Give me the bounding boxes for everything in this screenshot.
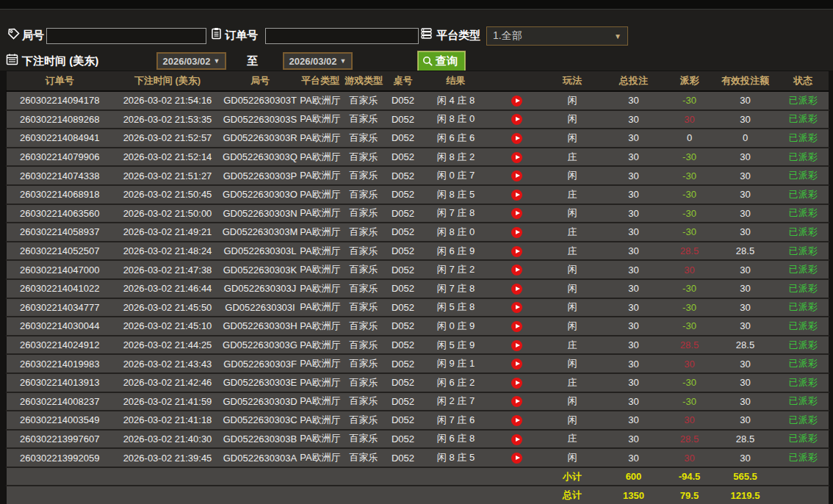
table-row: 2603022139920592026-03-02 21:39:45GD0522…	[7, 448, 829, 467]
cell-total: 30	[602, 185, 666, 204]
column-header-11: 有效投注额	[713, 71, 778, 92]
cell-payout: 28.5	[666, 336, 713, 355]
chevron-down-icon: ▼	[214, 57, 220, 65]
cell-result: 闲 0 庄 9	[422, 317, 491, 336]
date-to-picker[interactable]: 2026/03/02 ▼	[283, 52, 353, 70]
cell-result: 闲 8 庄 0	[422, 223, 491, 242]
play-video-icon[interactable]	[511, 321, 522, 332]
cell-status: 已派彩	[778, 336, 829, 355]
cell-total: 30	[602, 317, 666, 336]
cell-game: 百家乐	[343, 336, 385, 355]
play-video-icon[interactable]	[511, 96, 522, 107]
cell-replay	[491, 260, 544, 279]
cell-valid: 30	[713, 166, 778, 185]
cell-round: GD0522630303I	[223, 298, 298, 317]
calendar-icon	[6, 53, 18, 65]
cell-time: 2026-03-02 21:40:30	[113, 430, 223, 449]
play-video-icon[interactable]	[511, 208, 522, 219]
cell-status: 已派彩	[778, 354, 829, 373]
play-video-icon[interactable]	[511, 227, 522, 238]
date-from-picker[interactable]: 2026/03/02 ▼	[156, 52, 226, 70]
cell-valid: 28.5	[713, 430, 778, 449]
play-video-icon[interactable]	[511, 396, 522, 407]
summary-total: 600	[602, 467, 666, 486]
play-video-icon[interactable]	[511, 434, 522, 445]
cell-table_no: D052	[385, 110, 422, 129]
cell-time: 2026-03-02 21:46:44	[113, 279, 223, 298]
column-header-8: 玩法	[544, 71, 602, 92]
cell-result: 闲 0 庄 7	[422, 166, 491, 185]
cell-valid: 30	[713, 91, 778, 110]
play-video-icon[interactable]	[511, 190, 522, 201]
cell-payout: -30	[666, 373, 713, 392]
play-video-icon[interactable]	[511, 170, 522, 181]
cell-play: 闲	[544, 91, 602, 110]
cell-table_no: D052	[385, 392, 422, 411]
column-header-6: 结果	[422, 71, 491, 92]
play-video-icon[interactable]	[511, 152, 522, 163]
cell-valid: 0	[713, 129, 778, 148]
cell-round: GD0522630303A	[223, 448, 298, 467]
cell-round: GD0522630303D	[223, 392, 298, 411]
cell-order: 260302214094178	[7, 91, 113, 110]
cell-replay	[491, 223, 544, 242]
cell-payout: -30	[666, 279, 713, 298]
play-video-icon[interactable]	[511, 415, 522, 426]
order-number-label: 订单号	[225, 26, 258, 45]
cell-platform: PA欧洲厅	[298, 129, 343, 148]
cell-table_no: D052	[385, 185, 422, 204]
cell-replay	[491, 336, 544, 355]
table-row: 2603022140941782026-03-02 21:54:16GD0522…	[7, 91, 829, 110]
round-number-input[interactable]	[46, 28, 206, 44]
cell-table_no: D052	[385, 298, 422, 317]
cell-status: 已派彩	[778, 298, 829, 317]
cell-round: GD0522630303B	[223, 430, 298, 449]
cell-time: 2026-03-02 21:45:50	[113, 298, 223, 317]
cell-game: 百家乐	[343, 354, 385, 373]
cell-play: 闲	[544, 317, 602, 336]
play-video-icon[interactable]	[511, 378, 522, 389]
play-video-icon[interactable]	[511, 453, 522, 464]
play-video-icon[interactable]	[511, 340, 522, 351]
play-video-icon[interactable]	[511, 302, 522, 313]
order-number-input[interactable]	[265, 28, 419, 44]
cell-result: 闲 9 庄 1	[422, 354, 491, 373]
cell-status: 已派彩	[778, 148, 829, 167]
play-video-icon[interactable]	[511, 246, 522, 257]
clipboard-icon	[210, 27, 223, 40]
cell-replay	[491, 279, 544, 298]
play-video-icon[interactable]	[511, 264, 522, 276]
cell-total: 30	[602, 166, 666, 185]
cell-round: GD0522630303K	[223, 260, 298, 279]
play-video-icon[interactable]	[511, 359, 522, 370]
summary-payout: 79.5	[666, 486, 713, 504]
cell-status: 已派彩	[778, 223, 829, 242]
search-button[interactable]: 查询	[417, 51, 466, 72]
cell-result: 闲 5 庄 9	[422, 336, 491, 355]
summary-total: 1350	[602, 486, 666, 504]
play-video-icon[interactable]	[511, 284, 522, 295]
cell-total: 30	[602, 448, 666, 467]
cell-play: 闲	[544, 110, 602, 129]
cell-round: GD0522630303G	[223, 336, 298, 355]
cell-order: 260302214068918	[7, 185, 113, 204]
column-header-2: 局号	[223, 71, 298, 92]
cell-round: GD0522630303C	[223, 411, 298, 430]
cell-payout: -30	[666, 204, 713, 223]
cell-status: 已派彩	[778, 110, 829, 129]
cell-play: 闲	[544, 448, 602, 467]
cell-table_no: D052	[385, 373, 422, 392]
platform-type-select[interactable]: 1.全部 ▼	[486, 26, 628, 46]
cell-status: 已派彩	[778, 129, 829, 148]
cell-order: 260302214008237	[7, 392, 113, 411]
cell-play: 闲	[544, 298, 602, 317]
cell-game: 百家乐	[343, 129, 385, 148]
cell-order: 260302214047000	[7, 260, 113, 279]
summary-valid: 1219.5	[713, 486, 778, 504]
cell-valid: 30	[713, 279, 778, 298]
play-video-icon[interactable]	[511, 133, 522, 144]
cell-table_no: D052	[385, 242, 422, 261]
table-row: 2603022140892682026-03-02 21:53:35GD0522…	[7, 110, 829, 129]
play-video-icon[interactable]	[511, 114, 522, 125]
column-header-4: 游戏类型	[343, 71, 385, 92]
